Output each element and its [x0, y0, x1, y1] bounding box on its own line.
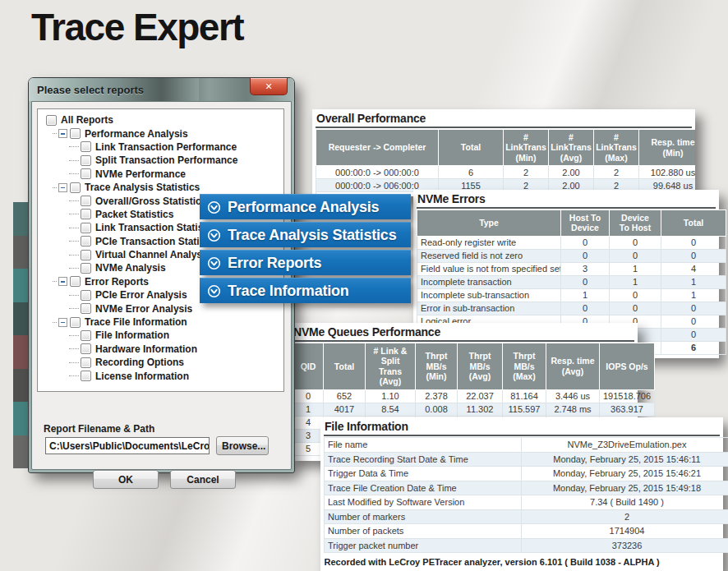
checkbox-icon[interactable]	[81, 141, 91, 152]
cancel-button[interactable]: Cancel	[170, 470, 236, 489]
tree-connector	[69, 268, 79, 269]
table-row: File nameNVMe_Z3DriveEmulation.pex	[325, 438, 728, 453]
table-cell: Incomplete sub-transaction	[417, 288, 561, 302]
tree-item-label: Trace Analysis Statistics	[85, 182, 200, 193]
tree-connector	[69, 241, 79, 242]
checkbox-icon[interactable]	[81, 223, 91, 233]
table-cell: 0	[661, 302, 726, 315]
table-row: 140178.540.00811.302115.5972.748 ms363.9…	[293, 403, 655, 416]
table-cell: Monday, February 25, 2015 15:49:18	[522, 481, 728, 495]
checkbox-icon[interactable]	[81, 155, 91, 166]
checkbox-icon[interactable]	[70, 182, 81, 193]
tree-connector	[69, 228, 79, 228]
checkbox-icon[interactable]	[46, 115, 57, 126]
table-row: Trace File Creation Date & TimeMonday, F…	[325, 481, 728, 495]
table-cell: 652	[324, 389, 366, 403]
tree-item-label: PCIe Error Analysis	[95, 289, 187, 301]
background-photo-strip	[13, 202, 30, 468]
menu-item-trace-information[interactable]: Trace Information	[200, 278, 411, 303]
checkbox-icon[interactable]	[81, 196, 91, 206]
tree-item-label: NVMe Error Analysis	[95, 303, 192, 315]
checkbox-icon[interactable]	[81, 290, 91, 301]
browse-button[interactable]: Browse...	[216, 436, 269, 455]
menu-item-label: Trace Information	[228, 283, 349, 300]
column-header: Thrpt MB/s (Max)	[503, 343, 546, 390]
checkbox-icon[interactable]	[81, 236, 91, 246]
expander-minus-icon[interactable]	[58, 277, 67, 286]
tree-item-file-information[interactable]: File Information	[41, 329, 283, 342]
table-cell: 4	[661, 262, 726, 275]
table-row: Trace Recording Start Date & TimeMonday,…	[325, 452, 728, 467]
table-cell: 0	[610, 288, 661, 302]
tree-item-split-transaction-performance[interactable]: Split Transaction Performance	[41, 154, 283, 167]
tree-item-label: All Reports	[61, 114, 113, 126]
checkbox-icon[interactable]	[70, 128, 81, 139]
menu-item-trace-analysis-statistics[interactable]: Trace Analysis Statistics	[200, 222, 411, 247]
checkbox-icon[interactable]	[81, 303, 91, 314]
table-cell: 373236	[522, 538, 728, 553]
table-cell: Incomplete transaction	[417, 275, 561, 288]
checkbox-icon[interactable]	[81, 343, 91, 354]
expander-minus-icon[interactable]	[58, 183, 67, 192]
file-information-table: File nameNVMe_Z3DriveEmulation.pexTrace …	[324, 437, 720, 569]
filename-group-label: Report Filename & Path	[44, 423, 154, 435]
table-cell: 0	[661, 315, 726, 328]
table-row: Incomplete transaction011	[417, 275, 726, 288]
menu-item-label: Performance Analysis	[228, 199, 379, 216]
expander-minus-icon[interactable]	[58, 129, 67, 138]
tree-item-nvme-performance[interactable]: NVMe Performance	[41, 168, 283, 181]
table-cell: 1	[293, 403, 324, 416]
tree-item-label: Link Transaction Performance	[95, 141, 237, 153]
checkbox-icon[interactable]	[70, 276, 81, 287]
checkbox-icon[interactable]	[81, 357, 91, 368]
table-cell: 2	[522, 509, 728, 524]
tree-item-hardware-information[interactable]: Hardware Information	[41, 343, 283, 356]
table-row: Trigger packet number373236	[325, 538, 728, 553]
table-cell: 102.880 us	[639, 166, 696, 179]
table-cell: 2.378	[416, 389, 458, 403]
checkbox-icon[interactable]	[81, 250, 91, 260]
menu-item-performance-analysis[interactable]: Performance Analysis	[200, 194, 411, 219]
tree-item-label: File Information	[95, 329, 169, 341]
table-row: Reserved field is not zero000	[417, 249, 726, 262]
tree-item-recording-options[interactable]: Recording Options	[41, 356, 283, 369]
ok-button[interactable]: OK	[93, 470, 159, 489]
tree-item-performance-analysis[interactable]: Performance Analysis	[41, 127, 283, 140]
tree-connector	[69, 295, 79, 296]
menu-item-error-reports[interactable]: Error Reports	[200, 250, 411, 275]
table-cell: 0	[661, 328, 726, 341]
checkbox-icon[interactable]	[81, 371, 91, 381]
expander-minus-icon[interactable]	[58, 318, 67, 327]
table-cell: 2.00	[549, 166, 594, 179]
tree-connector	[69, 146, 79, 147]
checkbox-icon[interactable]	[81, 168, 91, 179]
table-cell: Trigger Data & Time	[325, 467, 522, 481]
tree-item-label: Error Reports	[85, 276, 149, 288]
checkbox-icon[interactable]	[70, 317, 81, 328]
column-header: Thrpt MB/s (Min)	[416, 343, 458, 390]
tree-item-all-reports[interactable]: All Reports	[41, 113, 283, 127]
dialog-titlebar[interactable]: Please select reports ✕	[29, 78, 294, 101]
table-cell: 3	[561, 262, 610, 275]
tree-item-link-transaction-performance[interactable]: Link Transaction Performance	[41, 140, 283, 154]
table-cell: 2	[594, 166, 639, 179]
close-icon: ✕	[265, 81, 272, 92]
dialog-title: Please select reports	[37, 84, 144, 96]
checkbox-icon[interactable]	[81, 209, 91, 219]
tree-connector	[69, 348, 79, 349]
checkbox-icon[interactable]	[81, 263, 91, 274]
table-footer: Recorded with LeCroy PETracer analyzer, …	[325, 553, 728, 569]
tree-item-label: NVMe Analysis	[95, 262, 166, 274]
table-cell: 0	[610, 236, 661, 249]
tree-item-trace-analysis-statistics[interactable]: Trace Analysis Statistics	[41, 181, 283, 194]
close-button[interactable]: ✕	[250, 78, 288, 95]
table-row: 000:00:0 -> 000:00:0622.002102.880 us	[316, 166, 696, 179]
tree-item-license-information[interactable]: License Information	[41, 369, 283, 382]
tree-item-trace-file-information[interactable]: Trace File Information	[41, 315, 283, 329]
checkbox-icon[interactable]	[81, 330, 91, 341]
table-row: Last Modified by Software Version7.34 ( …	[325, 495, 728, 510]
report-path-field[interactable]: C:\Users\Public\Documents\LeCroy\l	[45, 437, 210, 454]
table-cell: 0	[561, 302, 610, 315]
page-title: Trace Expert	[31, 5, 243, 49]
panel-title-nvme-errors: NVMe Errors	[417, 191, 716, 209]
